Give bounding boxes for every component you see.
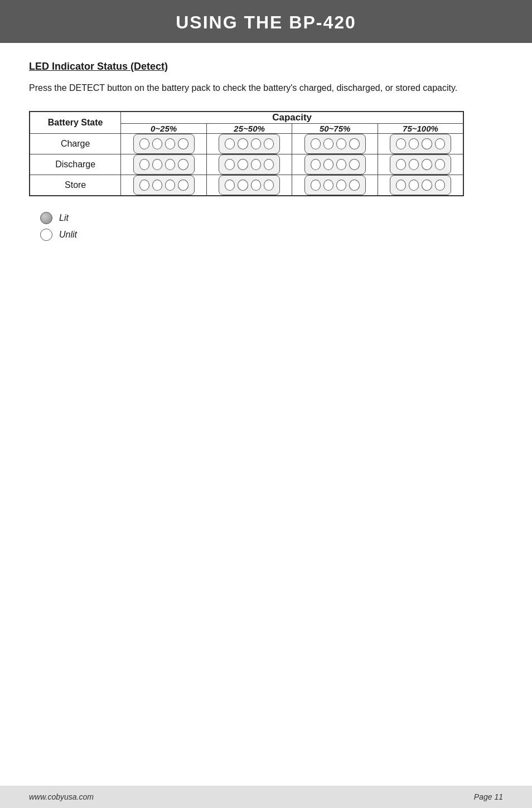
battery-state-header: Battery State	[30, 112, 121, 134]
table-row: Charge	[30, 133, 463, 154]
page-header: USING THE BP-420	[0, 0, 532, 43]
led-group	[133, 154, 195, 175]
led-unlit	[422, 159, 432, 170]
content-area: LED Indicator Status (Detect) Press the …	[0, 43, 532, 290]
section-heading: LED Indicator Status (Detect)	[29, 61, 503, 72]
led-cell-2-2	[292, 175, 378, 196]
led-unlit	[139, 159, 149, 170]
led-unlit	[435, 138, 445, 149]
led-group	[304, 175, 366, 195]
led-unlit	[323, 138, 333, 149]
led-group	[219, 154, 280, 175]
led-table: Battery State Capacity 0~25% 25~50% 50~7…	[29, 111, 464, 196]
led-unlit	[178, 159, 188, 170]
led-unlit	[435, 180, 445, 191]
page-footer: www.cobyusa.com Page 11	[0, 786, 532, 808]
led-unlit	[264, 180, 274, 191]
led-unlit	[238, 159, 248, 170]
led-cell-1-2	[292, 154, 378, 175]
led-cell-0-2	[292, 133, 378, 154]
led-cell-0-3	[378, 133, 463, 154]
footer-website: www.cobyusa.com	[29, 792, 94, 801]
led-unlit	[409, 138, 419, 149]
intro-text: Press the DETECT button on the battery p…	[29, 81, 503, 95]
state-discharge: Discharge	[30, 154, 121, 175]
lit-label: Lit	[59, 213, 69, 223]
led-unlit	[422, 180, 432, 191]
unlit-icon	[40, 229, 52, 241]
led-unlit	[251, 159, 261, 170]
led-unlit	[323, 159, 333, 170]
led-cell-1-0	[121, 154, 207, 175]
led-group	[219, 134, 280, 154]
led-unlit	[349, 138, 359, 149]
page-title: USING THE BP-420	[0, 12, 532, 33]
led-unlit	[238, 138, 248, 149]
led-unlit	[225, 180, 235, 191]
led-unlit	[349, 180, 359, 191]
legend: Lit Unlit	[29, 212, 503, 241]
range-50-75: 50~75%	[292, 123, 378, 133]
led-unlit	[349, 159, 359, 170]
led-unlit	[225, 138, 235, 149]
led-cell-0-0	[121, 133, 207, 154]
led-unlit	[422, 138, 432, 149]
led-unlit	[336, 159, 346, 170]
led-unlit	[311, 138, 321, 149]
led-unlit	[311, 159, 321, 170]
led-unlit	[336, 138, 346, 149]
led-unlit	[336, 180, 346, 191]
led-cell-2-0	[121, 175, 207, 196]
range-25-50: 25~50%	[206, 123, 292, 133]
led-group	[390, 154, 451, 175]
led-unlit	[396, 180, 406, 191]
led-cell-2-3	[378, 175, 463, 196]
led-group	[304, 134, 366, 154]
led-group	[219, 175, 280, 195]
led-cell-0-1	[206, 133, 292, 154]
led-unlit	[152, 180, 162, 191]
led-unlit	[323, 180, 333, 191]
led-unlit	[165, 159, 175, 170]
led-unlit	[165, 138, 175, 149]
footer-page: Page 11	[474, 792, 503, 801]
led-group	[133, 175, 195, 195]
led-group	[390, 175, 451, 195]
table-row: Discharge	[30, 154, 463, 175]
unlit-label: Unlit	[59, 230, 77, 240]
lit-icon	[40, 212, 52, 224]
legend-unlit: Unlit	[40, 229, 503, 241]
table-row: Store	[30, 175, 463, 196]
led-unlit	[139, 180, 149, 191]
led-cell-1-3	[378, 154, 463, 175]
range-75-100: 75~100%	[378, 123, 463, 133]
led-unlit	[251, 180, 261, 191]
led-cell-2-1	[206, 175, 292, 196]
led-unlit	[264, 159, 274, 170]
legend-lit: Lit	[40, 212, 503, 224]
led-unlit	[139, 138, 149, 149]
led-unlit	[165, 180, 175, 191]
led-unlit	[178, 180, 188, 191]
led-unlit	[251, 138, 261, 149]
led-cell-1-1	[206, 154, 292, 175]
led-unlit	[264, 138, 274, 149]
led-unlit	[238, 180, 248, 191]
led-group	[304, 154, 366, 175]
capacity-header: Capacity	[121, 112, 463, 124]
range-0-25: 0~25%	[121, 123, 207, 133]
led-unlit	[311, 180, 321, 191]
led-unlit	[152, 138, 162, 149]
state-charge: Charge	[30, 133, 121, 154]
led-group	[133, 134, 195, 154]
led-unlit	[435, 159, 445, 170]
state-store: Store	[30, 175, 121, 196]
led-unlit	[396, 138, 406, 149]
led-unlit	[178, 138, 188, 149]
led-unlit	[152, 159, 162, 170]
led-unlit	[396, 159, 406, 170]
led-unlit	[409, 159, 419, 170]
led-unlit	[225, 159, 235, 170]
led-group	[390, 134, 451, 154]
led-unlit	[409, 180, 419, 191]
